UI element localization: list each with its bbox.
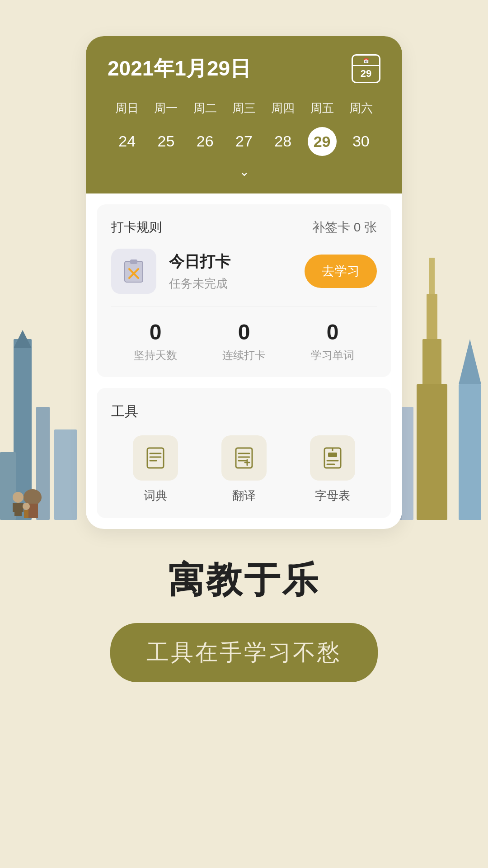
svg-rect-22 [125,261,143,282]
weekdays-row: 周日 周一 周二 周三 周四 周五 周六 [108,97,380,120]
phone-card: 2021年1月29日 📅 29 周日 周一 周二 周三 周四 周五 周六 24 … [86,36,402,529]
stat-words-value: 0 [311,320,354,344]
weekday-sat: 周六 [342,97,380,120]
calendar-icon-top: 📅 [353,58,379,66]
dictionary-icon-wrap [133,435,178,481]
svg-rect-30 [236,448,252,468]
slogan-main: 寓教于乐 [168,556,320,605]
tools-grid: 词典 翻译 [111,435,377,504]
weekday-fri: 周五 [302,97,341,120]
svg-rect-26 [147,448,164,468]
stats-row: 0 坚持天数 0 连续打卡 0 学习单词 [111,320,377,363]
checkin-text: 今日打卡 任务未完成 [169,251,292,292]
stat-words-label: 学习单词 [311,348,354,363]
calendar-icon-num: 29 [361,68,371,80]
bottom-section: 寓教于乐 工具在手学习不愁 [110,529,378,718]
alphabet-label: 字母表 [315,488,350,504]
calendar-expand-arrow[interactable]: ⌄ [108,160,380,184]
stat-consecutive: 0 连续打卡 [222,320,266,363]
tools-header: 工具 [111,402,377,421]
dictionary-icon [144,446,167,470]
weekday-thu: 周四 [263,97,302,120]
translate-icon-wrap [221,435,267,481]
supplement-cards-label[interactable]: 补签卡 0 张 [312,219,377,236]
calendar-section: 2021年1月29日 📅 29 周日 周一 周二 周三 周四 周五 周六 24 … [86,36,402,193]
checkin-body: 今日打卡 任务未完成 去学习 [111,249,377,307]
tool-alphabet[interactable]: 字母表 [310,435,355,504]
weekday-wed: 周三 [225,97,263,120]
checkin-today-subtitle: 任务未完成 [169,276,292,292]
date-28[interactable]: 28 [263,127,302,156]
checkin-task-icon [111,249,156,294]
stat-words: 0 学习单词 [311,320,354,363]
translate-icon [232,446,256,470]
alphabet-icon-wrap [310,435,355,481]
date-30[interactable]: 30 [342,127,380,156]
date-26[interactable]: 26 [186,127,225,156]
date-29-today[interactable]: 29 [308,127,337,156]
stat-persist-label: 坚持天数 [134,348,177,363]
checkin-card: 打卡规则 补签卡 0 张 今日打卡 任务未完成 去学习 [97,204,391,377]
calendar-title: 2021年1月29日 [108,55,251,83]
stat-consecutive-value: 0 [222,320,266,344]
slogan-button[interactable]: 工具在手学习不愁 [110,623,378,682]
calendar-icon[interactable]: 📅 29 [352,54,380,83]
date-24[interactable]: 24 [108,127,146,156]
tool-dictionary[interactable]: 词典 [133,435,178,504]
tools-card: 工具 词典 [97,388,391,518]
stat-persist-days: 0 坚持天数 [134,320,177,363]
translate-label: 翻译 [232,488,256,504]
weekday-sun: 周日 [108,97,146,120]
go-study-button[interactable]: 去学习 [305,255,377,288]
date-27[interactable]: 27 [225,127,263,156]
checkin-rules-label[interactable]: 打卡规则 [111,219,162,236]
stat-persist-value: 0 [134,320,177,344]
weekday-mon: 周一 [146,97,185,120]
date-25[interactable]: 25 [146,127,185,156]
checkin-today-title: 今日打卡 [169,251,292,272]
alphabet-icon [321,446,344,470]
dictionary-label: 词典 [144,488,167,504]
stat-consecutive-label: 连续打卡 [222,348,266,363]
weekday-tue: 周二 [186,97,225,120]
dates-row: 24 25 26 27 28 29 30 [108,127,380,156]
svg-rect-38 [328,453,337,457]
tool-translate[interactable]: 翻译 [221,435,267,504]
svg-rect-23 [130,259,137,264]
clipboard-icon [120,258,147,285]
